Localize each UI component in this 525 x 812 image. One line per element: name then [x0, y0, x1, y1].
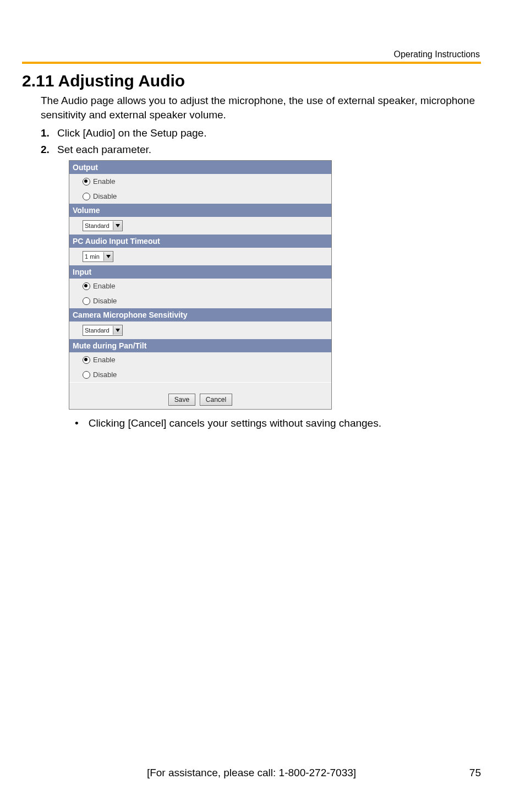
header-label: Operating Instructions [22, 50, 481, 62]
svg-marker-0 [116, 224, 120, 227]
note-text: Clicking [Cancel] cancels your settings … [89, 417, 381, 429]
input-enable-row[interactable]: Enable [69, 279, 331, 293]
chevron-down-icon [103, 252, 113, 261]
bullet-icon: • [75, 418, 79, 428]
section-output-header: Output [69, 161, 331, 174]
svg-marker-2 [116, 329, 120, 332]
step-text: Click [Audio] on the Setup page. [57, 127, 481, 139]
mic-sensitivity-select-row: Standard [69, 321, 331, 339]
svg-marker-1 [106, 255, 111, 258]
cancel-button[interactable]: Cancel [200, 394, 232, 406]
volume-select[interactable]: Standard [83, 220, 123, 231]
step-item: 1. Click [Audio] on the Setup page. [41, 127, 481, 139]
footer-assist: [For assistance, please call: 1-800-272-… [55, 767, 448, 779]
section-input-header: Input [69, 265, 331, 279]
radio-icon [83, 193, 90, 200]
radio-label: Enable [93, 282, 115, 290]
mute-enable-row[interactable]: Enable [69, 352, 331, 367]
output-disable-row[interactable]: Disable [69, 189, 331, 204]
note-bullet: • Clicking [Cancel] cancels your setting… [75, 417, 481, 429]
page-number: 75 [448, 767, 481, 779]
section-mic-sensitivity-header: Camera Microphone Sensitivity [69, 308, 331, 321]
panel-spacer [69, 382, 331, 390]
header-rule [22, 62, 481, 64]
page-footer: [For assistance, please call: 1-800-272-… [22, 767, 481, 779]
pc-timeout-select-row: 1 min [69, 248, 331, 265]
section-pc-timeout-header: PC Audio Input Timeout [69, 235, 331, 248]
mic-sensitivity-select[interactable]: Standard [83, 325, 123, 336]
radio-label: Enable [93, 177, 115, 186]
mute-disable-row[interactable]: Disable [69, 367, 331, 382]
input-disable-row[interactable]: Disable [69, 293, 331, 308]
step-text: Set each parameter. [57, 144, 481, 156]
intro-paragraph: The Audio page allows you to adjust the … [41, 94, 475, 122]
save-button[interactable]: Save [168, 394, 195, 406]
select-value: Standard [85, 327, 113, 334]
select-value: Standard [85, 222, 113, 229]
step-number: 1. [41, 127, 57, 139]
audio-form-panel: Output Enable Disable Volume Standard PC… [69, 160, 332, 410]
radio-label: Disable [93, 297, 117, 305]
step-item: 2. Set each parameter. [41, 144, 481, 156]
radio-label: Disable [93, 370, 117, 379]
footer-spacer [22, 767, 55, 779]
radio-icon [83, 297, 90, 305]
button-row: Save Cancel [69, 390, 331, 409]
chevron-down-icon [113, 221, 122, 230]
chevron-down-icon [113, 326, 122, 335]
radio-icon [83, 282, 90, 290]
radio-icon [83, 178, 90, 186]
section-mute-pantilt-header: Mute during Pan/Tilt [69, 339, 331, 352]
radio-icon [83, 356, 90, 364]
section-volume-header: Volume [69, 204, 331, 217]
volume-select-row: Standard [69, 217, 331, 235]
radio-label: Disable [93, 192, 117, 200]
radio-label: Enable [93, 356, 115, 364]
select-value: 1 min [85, 253, 103, 260]
pc-timeout-select[interactable]: 1 min [83, 251, 113, 262]
step-list: 1. Click [Audio] on the Setup page. 2. S… [41, 127, 481, 156]
page-title: 2.11 Adjusting Audio [22, 72, 481, 90]
step-number: 2. [41, 144, 57, 156]
radio-icon [83, 371, 90, 379]
output-enable-row[interactable]: Enable [69, 174, 331, 189]
